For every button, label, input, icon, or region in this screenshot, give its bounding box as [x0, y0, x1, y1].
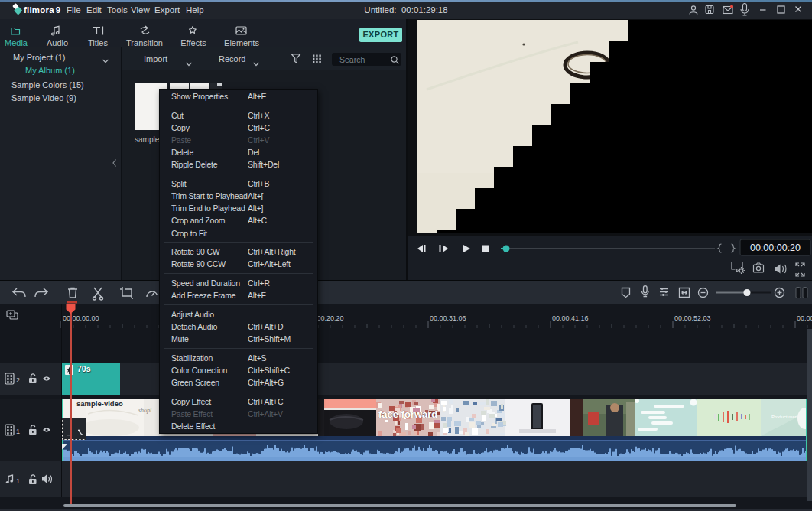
svg-text:00:00:31:06: 00:00:31:06	[430, 314, 466, 322]
svg-text:1: 1	[16, 477, 20, 485]
svg-text:00:00:00:20: 00:00:00:20	[750, 242, 801, 253]
svg-text:1: 1	[16, 428, 20, 435]
svg-text:00:00:52:03: 00:00:52:03	[674, 314, 711, 322]
svg-text:00:00:62:16: 00:00:62:16	[797, 314, 812, 322]
svg-text:00:00:41:16: 00:00:41:16	[552, 314, 589, 322]
svg-text:2: 2	[16, 376, 20, 384]
svg-text:shopl: shopl	[138, 407, 152, 414]
svg-text:face forward: face forward	[378, 408, 437, 420]
